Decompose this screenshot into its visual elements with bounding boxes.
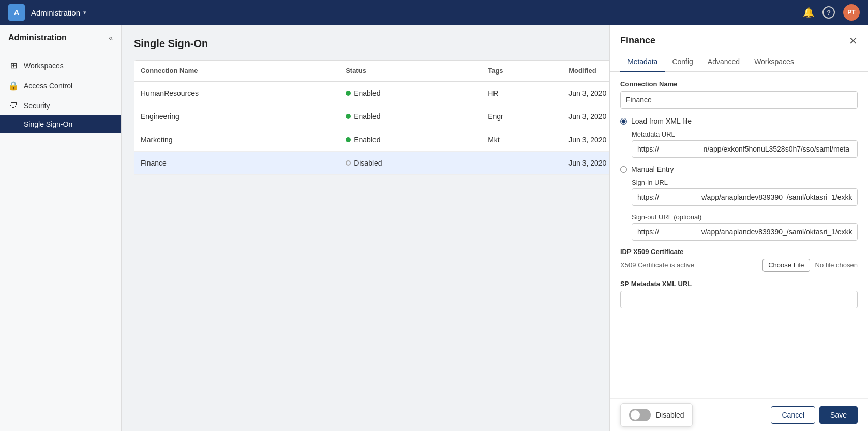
topnav: A Administration ▾ 🔔 ? PT [0, 0, 868, 25]
no-file-label: No file chosen [815, 261, 858, 269]
toggle-bar: Disabled [620, 403, 693, 427]
sidebar-item-label-security: Security [24, 101, 50, 110]
panel-title: Finance [620, 35, 655, 46]
signout-url-label: Sign-out URL (optional) [632, 213, 858, 221]
close-icon[interactable]: ✕ [849, 36, 858, 46]
signin-url-input[interactable] [632, 188, 858, 206]
panel-tabs: Metadata Config Advanced Workspaces [610, 52, 868, 72]
cell-status: Enabled [339, 128, 482, 152]
sidebar-item-access-control[interactable]: 🔒 Access Control [0, 76, 121, 96]
main-content: Single Sign-On New Connection Name Statu… [122, 25, 868, 431]
tab-advanced[interactable]: Advanced [700, 52, 747, 72]
metadata-url-label: Metadata URL [632, 130, 858, 138]
sidebar-item-single-sign-on[interactable]: Single Sign-On [0, 115, 121, 133]
cert-label: IDP X509 Certificate [620, 248, 858, 256]
save-button[interactable]: Save [819, 406, 858, 424]
side-panel: Finance ✕ Metadata Config Advanced Works… [609, 25, 868, 431]
sidebar-header: Administration « [0, 25, 121, 51]
sidebar-item-security[interactable]: 🛡 Security [0, 96, 121, 115]
sidebar-section: ⊞ Workspaces 🔒 Access Control 🛡 Security… [0, 51, 121, 137]
signout-url-input[interactable] [632, 223, 858, 241]
app-logo[interactable]: A [8, 4, 25, 21]
workspaces-icon: ⊞ [8, 61, 19, 70]
sidebar-item-label-access-control: Access Control [24, 82, 72, 90]
toggle-label: Disabled [656, 411, 684, 419]
tab-workspaces[interactable]: Workspaces [747, 52, 801, 72]
toggle-slider [629, 409, 651, 421]
cell-name: Marketing [134, 128, 339, 152]
cell-status: Enabled [339, 105, 482, 128]
cell-name: Engineering [134, 105, 339, 128]
metadata-url-input[interactable] [632, 140, 858, 158]
cell-tags: Mkt [482, 128, 562, 152]
sidebar-title: Administration [8, 33, 67, 42]
help-icon[interactable]: ? [822, 6, 835, 19]
cell-status: Enabled [339, 81, 482, 105]
tab-metadata[interactable]: Metadata [620, 52, 665, 72]
cell-name: HumanResources [134, 81, 339, 105]
sidebar-collapse-button[interactable]: « [109, 34, 113, 42]
load-xml-radio-input[interactable] [620, 118, 627, 125]
cert-status-text: X509 Certificate is active [620, 261, 757, 269]
topnav-title[interactable]: Administration ▾ [31, 8, 86, 17]
layout: Administration « ⊞ Workspaces 🔒 Access C… [0, 25, 868, 431]
choose-file-button[interactable]: Choose File [762, 259, 810, 272]
metadata-url-group: Metadata URL [632, 130, 858, 158]
sp-metadata-label: SP Metadata XML URL [620, 280, 858, 288]
cell-name: Finance [134, 152, 339, 175]
cancel-button[interactable]: Cancel [771, 406, 815, 424]
action-buttons: Cancel Save [760, 402, 868, 428]
col-connection-name: Connection Name [134, 61, 339, 81]
access-control-icon: 🔒 [8, 81, 19, 91]
cert-group: IDP X509 Certificate X509 Certificate is… [620, 248, 858, 272]
panel-body: Connection Name Load from XML file Metad… [610, 72, 868, 431]
cell-tags: HR [482, 81, 562, 105]
avatar[interactable]: PT [843, 4, 860, 21]
topnav-chevron-icon: ▾ [83, 9, 86, 16]
signout-url-group: Sign-out URL (optional) [632, 213, 858, 241]
security-icon: 🛡 [8, 101, 19, 110]
sp-metadata-group: SP Metadata XML URL [620, 280, 858, 308]
panel-footer: Disabled Cancel Save [610, 398, 868, 431]
sidebar: Administration « ⊞ Workspaces 🔒 Access C… [0, 25, 122, 431]
manual-entry-radio[interactable]: Manual Entry [620, 165, 858, 173]
col-tags: Tags [482, 61, 562, 81]
sidebar-item-label-workspaces: Workspaces [24, 62, 64, 70]
manual-entry-label: Manual Entry [631, 165, 674, 173]
load-xml-radio[interactable]: Load from XML file [620, 117, 858, 125]
panel-header: Finance ✕ [610, 25, 868, 46]
cert-row: X509 Certificate is active Choose File N… [620, 259, 858, 272]
connection-name-label: Connection Name [620, 80, 858, 88]
page-title: Single Sign-On [134, 38, 208, 50]
load-xml-label: Load from XML file [631, 117, 692, 125]
tab-config[interactable]: Config [665, 52, 700, 72]
bell-icon[interactable]: 🔔 [803, 7, 814, 18]
connection-name-input[interactable] [620, 91, 858, 109]
signin-url-label: Sign-in URL [632, 179, 858, 186]
connection-name-group: Connection Name [620, 80, 858, 109]
cell-tags [482, 152, 562, 175]
signin-url-group: Sign-in URL [632, 179, 858, 206]
sp-metadata-input[interactable] [620, 291, 858, 308]
col-status: Status [339, 61, 482, 81]
cell-status: Disabled [339, 152, 482, 175]
topnav-icons: 🔔 ? PT [803, 4, 860, 21]
cell-tags: Engr [482, 105, 562, 128]
disabled-toggle[interactable] [629, 409, 651, 421]
manual-entry-radio-input[interactable] [620, 166, 627, 173]
sidebar-item-workspaces[interactable]: ⊞ Workspaces [0, 55, 121, 76]
sidebar-item-label-sso: Single Sign-On [24, 120, 72, 128]
